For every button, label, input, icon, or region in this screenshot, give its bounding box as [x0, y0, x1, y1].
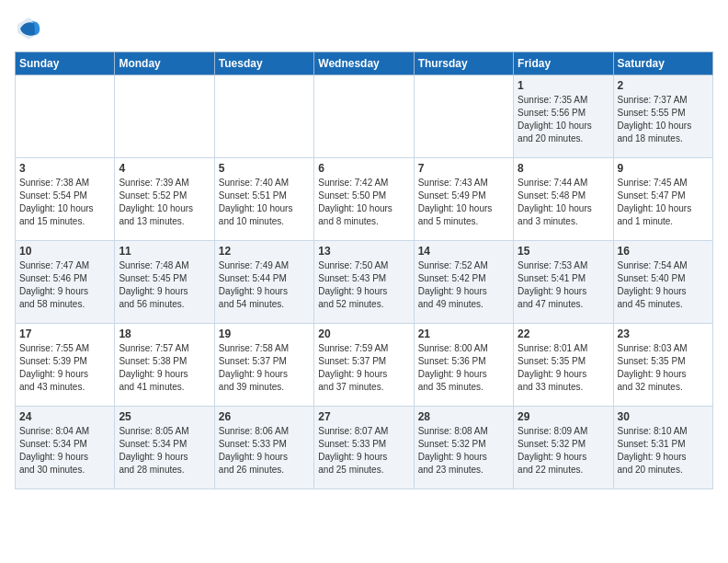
day-info: Sunrise: 8:04 AM Sunset: 5:34 PM Dayligh… [19, 425, 110, 477]
calendar-cell: 30Sunrise: 8:10 AM Sunset: 5:31 PM Dayli… [613, 407, 712, 489]
calendar-week-row: 10Sunrise: 7:47 AM Sunset: 5:46 PM Dayli… [16, 241, 713, 324]
calendar-cell [414, 75, 513, 158]
calendar-cell: 14Sunrise: 7:52 AM Sunset: 5:42 PM Dayli… [414, 241, 513, 324]
calendar-cell: 16Sunrise: 7:54 AM Sunset: 5:40 PM Dayli… [613, 241, 712, 324]
day-info: Sunrise: 8:00 AM Sunset: 5:36 PM Dayligh… [418, 342, 509, 394]
day-info: Sunrise: 7:58 AM Sunset: 5:37 PM Dayligh… [219, 342, 310, 394]
day-info: Sunrise: 8:08 AM Sunset: 5:32 PM Dayligh… [418, 425, 509, 477]
day-info: Sunrise: 7:42 AM Sunset: 5:50 PM Dayligh… [318, 177, 409, 228]
day-number: 1 [518, 79, 609, 92]
calendar-cell: 4Sunrise: 7:39 AM Sunset: 5:52 PM Daylig… [115, 158, 214, 241]
day-number: 2 [618, 79, 709, 92]
day-number: 8 [518, 162, 609, 175]
calendar-cell: 19Sunrise: 7:58 AM Sunset: 5:37 PM Dayli… [214, 324, 313, 407]
day-info: Sunrise: 7:50 AM Sunset: 5:43 PM Dayligh… [318, 259, 409, 311]
calendar-cell: 29Sunrise: 8:09 AM Sunset: 5:32 PM Dayli… [514, 407, 613, 489]
weekday-header: Tuesday [214, 52, 313, 75]
calendar-week-row: 3Sunrise: 7:38 AM Sunset: 5:54 PM Daylig… [16, 158, 713, 241]
day-number: 21 [418, 327, 509, 340]
calendar-cell: 24Sunrise: 8:04 AM Sunset: 5:34 PM Dayli… [16, 407, 115, 489]
day-info: Sunrise: 7:43 AM Sunset: 5:49 PM Dayligh… [418, 177, 509, 228]
day-number: 3 [19, 162, 110, 175]
day-info: Sunrise: 7:39 AM Sunset: 5:52 PM Dayligh… [119, 177, 210, 228]
calendar-cell: 27Sunrise: 8:07 AM Sunset: 5:33 PM Dayli… [314, 407, 414, 489]
day-number: 13 [318, 245, 409, 258]
calendar-cell: 21Sunrise: 8:00 AM Sunset: 5:36 PM Dayli… [414, 324, 513, 407]
weekday-header: Sunday [16, 52, 115, 75]
day-number: 10 [19, 245, 110, 258]
day-info: Sunrise: 8:01 AM Sunset: 5:35 PM Dayligh… [518, 342, 609, 394]
day-info: Sunrise: 8:09 AM Sunset: 5:32 PM Dayligh… [518, 425, 609, 477]
weekday-header: Thursday [414, 52, 513, 75]
calendar-cell: 7Sunrise: 7:43 AM Sunset: 5:49 PM Daylig… [414, 158, 513, 241]
day-number: 19 [219, 327, 310, 340]
day-number: 25 [119, 410, 210, 423]
day-info: Sunrise: 8:06 AM Sunset: 5:33 PM Dayligh… [219, 425, 310, 477]
weekday-header: Monday [115, 52, 214, 75]
day-info: Sunrise: 7:57 AM Sunset: 5:38 PM Dayligh… [119, 342, 210, 394]
day-info: Sunrise: 7:52 AM Sunset: 5:42 PM Dayligh… [418, 259, 509, 311]
calendar-cell: 3Sunrise: 7:38 AM Sunset: 5:54 PM Daylig… [16, 158, 115, 241]
calendar-week-row: 24Sunrise: 8:04 AM Sunset: 5:34 PM Dayli… [16, 407, 713, 489]
day-number: 9 [618, 162, 709, 175]
calendar-cell: 11Sunrise: 7:48 AM Sunset: 5:45 PM Dayli… [115, 241, 214, 324]
day-number: 5 [219, 162, 310, 175]
logo [15, 15, 46, 42]
day-info: Sunrise: 7:47 AM Sunset: 5:46 PM Dayligh… [19, 259, 110, 311]
day-info: Sunrise: 7:48 AM Sunset: 5:45 PM Dayligh… [119, 259, 210, 311]
day-number: 23 [618, 327, 709, 340]
day-number: 24 [19, 410, 110, 423]
calendar-cell: 12Sunrise: 7:49 AM Sunset: 5:44 PM Dayli… [214, 241, 313, 324]
calendar-cell: 13Sunrise: 7:50 AM Sunset: 5:43 PM Dayli… [314, 241, 414, 324]
day-info: Sunrise: 7:40 AM Sunset: 5:51 PM Dayligh… [219, 177, 310, 228]
day-info: Sunrise: 7:44 AM Sunset: 5:48 PM Dayligh… [518, 177, 609, 228]
day-number: 6 [318, 162, 409, 175]
day-number: 12 [219, 245, 310, 258]
day-number: 16 [618, 245, 709, 258]
day-info: Sunrise: 7:53 AM Sunset: 5:41 PM Dayligh… [518, 259, 609, 311]
day-number: 22 [518, 327, 609, 340]
day-info: Sunrise: 7:59 AM Sunset: 5:37 PM Dayligh… [318, 342, 409, 394]
calendar-cell: 22Sunrise: 8:01 AM Sunset: 5:35 PM Dayli… [514, 324, 613, 407]
calendar-cell: 17Sunrise: 7:55 AM Sunset: 5:39 PM Dayli… [16, 324, 115, 407]
day-info: Sunrise: 7:55 AM Sunset: 5:39 PM Dayligh… [19, 342, 110, 394]
calendar-cell [115, 75, 214, 158]
day-number: 26 [219, 410, 310, 423]
calendar-cell: 28Sunrise: 8:08 AM Sunset: 5:32 PM Dayli… [414, 407, 513, 489]
calendar-cell: 15Sunrise: 7:53 AM Sunset: 5:41 PM Dayli… [514, 241, 613, 324]
weekday-row: SundayMondayTuesdayWednesdayThursdayFrid… [16, 52, 713, 75]
day-info: Sunrise: 8:05 AM Sunset: 5:34 PM Dayligh… [119, 425, 210, 477]
day-number: 27 [318, 410, 409, 423]
day-info: Sunrise: 7:37 AM Sunset: 5:55 PM Dayligh… [618, 94, 709, 145]
day-number: 14 [418, 245, 509, 258]
day-number: 29 [518, 410, 609, 423]
calendar-cell: 6Sunrise: 7:42 AM Sunset: 5:50 PM Daylig… [314, 158, 414, 241]
day-number: 30 [618, 410, 709, 423]
calendar-week-row: 17Sunrise: 7:55 AM Sunset: 5:39 PM Dayli… [16, 324, 713, 407]
day-number: 17 [19, 327, 110, 340]
calendar-cell: 1Sunrise: 7:35 AM Sunset: 5:56 PM Daylig… [514, 75, 613, 158]
calendar-cell [214, 75, 313, 158]
calendar-cell: 5Sunrise: 7:40 AM Sunset: 5:51 PM Daylig… [214, 158, 313, 241]
weekday-header: Wednesday [314, 52, 414, 75]
day-number: 20 [318, 327, 409, 340]
day-info: Sunrise: 8:10 AM Sunset: 5:31 PM Dayligh… [618, 425, 709, 477]
calendar-cell: 9Sunrise: 7:45 AM Sunset: 5:47 PM Daylig… [613, 158, 712, 241]
day-info: Sunrise: 7:45 AM Sunset: 5:47 PM Dayligh… [618, 177, 709, 228]
calendar-cell: 25Sunrise: 8:05 AM Sunset: 5:34 PM Dayli… [115, 407, 214, 489]
day-number: 15 [518, 245, 609, 258]
day-number: 18 [119, 327, 210, 340]
calendar-cell [314, 75, 414, 158]
calendar-table: SundayMondayTuesdayWednesdayThursdayFrid… [15, 52, 713, 489]
calendar-cell: 23Sunrise: 8:03 AM Sunset: 5:35 PM Dayli… [613, 324, 712, 407]
day-number: 7 [418, 162, 509, 175]
day-info: Sunrise: 7:38 AM Sunset: 5:54 PM Dayligh… [19, 177, 110, 228]
calendar-cell: 26Sunrise: 8:06 AM Sunset: 5:33 PM Dayli… [214, 407, 313, 489]
calendar-cell [16, 75, 115, 158]
calendar-cell: 20Sunrise: 7:59 AM Sunset: 5:37 PM Dayli… [314, 324, 414, 407]
header [15, 15, 713, 42]
calendar-body: 1Sunrise: 7:35 AM Sunset: 5:56 PM Daylig… [16, 75, 713, 489]
calendar-cell: 10Sunrise: 7:47 AM Sunset: 5:46 PM Dayli… [16, 241, 115, 324]
day-info: Sunrise: 7:49 AM Sunset: 5:44 PM Dayligh… [219, 259, 310, 311]
day-number: 4 [119, 162, 210, 175]
